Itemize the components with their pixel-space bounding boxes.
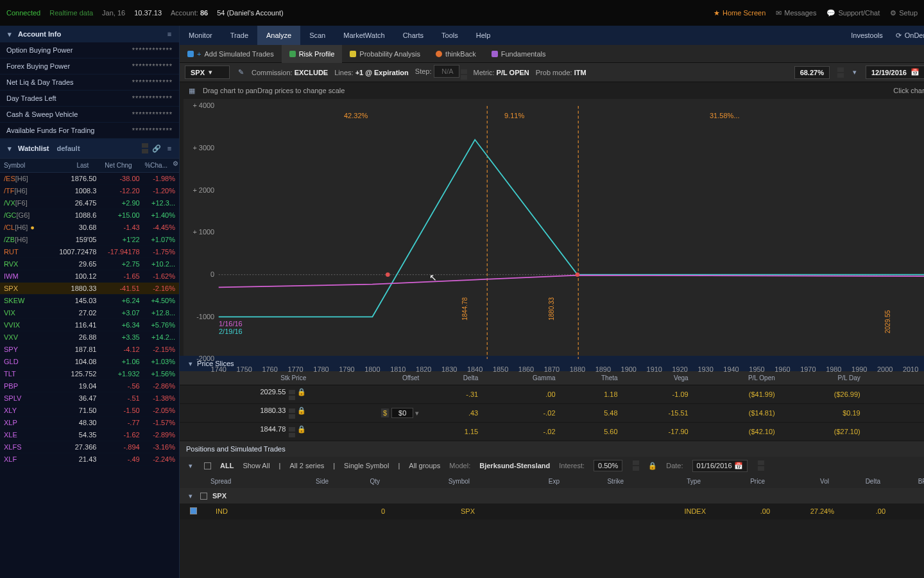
tab-scan[interactable]: Scan	[300, 26, 334, 45]
svg-text:1970: 1970	[800, 365, 816, 373]
position-checkbox[interactable]	[190, 507, 197, 514]
account-row[interactable]: Option Buying Power************	[0, 42, 179, 58]
watchlist-row[interactable]: TLT 125.752 +1.932 +1.56%	[0, 368, 179, 380]
svg-text:0: 0	[210, 270, 214, 278]
lock-icon[interactable]: 🔒	[648, 461, 657, 470]
svg-text:1820: 1820	[416, 365, 431, 373]
mouse-cursor-icon: ↖	[429, 272, 437, 283]
watchlist-row[interactable]: /ZB[H6] 159'05 +1'22 +1.07%	[0, 234, 179, 246]
home-screen-link[interactable]: ★ Home Screen	[714, 9, 766, 17]
risk-profile-tab[interactable]: Risk Profile	[282, 45, 343, 63]
watchlist-row[interactable]: RUT 1007.72478 -17.94178 -1.75%	[0, 246, 179, 258]
setup-link[interactable]: ⚙ Setup	[890, 9, 918, 17]
svg-text:-1000: -1000	[196, 313, 214, 320]
watchlist-header[interactable]: ▾ Watchlist default 🔗 ≡	[0, 139, 179, 158]
symbol-select[interactable]: SPX ▾	[185, 66, 230, 79]
chevron-down-icon[interactable]: ▾	[186, 461, 195, 470]
thinkback-tab[interactable]: thinkBack	[428, 45, 484, 63]
control-bar: SPX ▾ ✎ Commission: EXCLUDE Lines: +1 @ …	[180, 63, 924, 82]
tab-tools[interactable]: Tools	[432, 26, 467, 45]
svg-text:1990: 1990	[851, 365, 867, 373]
step-input[interactable]: N/A	[434, 65, 459, 78]
menu-icon[interactable]: ≡	[165, 144, 174, 153]
link-icon[interactable]: 🔗	[152, 144, 161, 153]
svg-text:1960: 1960	[774, 365, 790, 373]
price-slice-row[interactable]: 1880.33 🔒 $$0 ▾.43-.025.48-15.51 ($14.81…	[180, 404, 924, 423]
symbol-checkbox[interactable]	[200, 493, 207, 500]
account-info-header[interactable]: ▾ Account Info ≡	[0, 26, 179, 42]
watchlist-row[interactable]: VXV 26.88 +3.35 +14.2...	[0, 331, 179, 344]
all-checkbox[interactable]	[204, 462, 211, 469]
position-group[interactable]: ▾ SPX ⚙	[180, 488, 924, 504]
chart-legend: 1/16/16 2/19/16	[219, 320, 243, 335]
watchlist-row[interactable]: IWM 100.12 -1.65 -1.62%	[0, 270, 179, 283]
gear-icon[interactable]: ⚙	[171, 159, 179, 168]
tab-charts[interactable]: Charts	[394, 26, 432, 45]
watchlist-row[interactable]: /ES[H6] 1876.50 -38.00 -1.98%	[0, 173, 179, 185]
positions-header[interactable]: Positions and Simulated Trades ▿ ≡	[180, 441, 924, 457]
watchlist-row[interactable]: XLE 54.35 -1.62 -2.89%	[0, 429, 179, 441]
refresh-icon: ⟳	[896, 31, 902, 40]
positions-date[interactable]: 01/16/2016 📅	[692, 460, 748, 472]
watchlist-row[interactable]: GLD 104.08 +1.06 +1.03%	[0, 356, 179, 368]
watchlist-row[interactable]: /CL[H6]● 30.68 -1.43 -4.45%	[0, 222, 179, 234]
svg-text:2010: 2010	[903, 365, 918, 373]
price-slice-row[interactable]: 1844.78 🔒 1.15-.025.60-17.90 ($42.10)($2…	[180, 423, 924, 441]
watchlist-row[interactable]: XLF 21.43 -.49 -2.24%	[0, 453, 179, 466]
svg-text:+ 2000: + 2000	[193, 186, 214, 194]
menu-icon[interactable]: ≡	[165, 30, 174, 39]
watchlist-row[interactable]: /VX[F6] 26.475 +2.90 +12.3...	[0, 197, 179, 209]
svg-text:1900: 1900	[621, 365, 637, 373]
svg-text:1840: 1840	[467, 365, 483, 373]
watchlist-row[interactable]: SPX 1880.33 -41.51 -2.16%	[0, 283, 179, 295]
interest-input[interactable]: 0.50%	[594, 460, 622, 471]
svg-text:1860: 1860	[518, 365, 534, 373]
watchlist-row[interactable]: /GC[G6] 1088.6 +15.00 +1.40%	[0, 209, 179, 222]
svg-text:1750: 1750	[236, 365, 252, 373]
svg-text:1850: 1850	[493, 365, 508, 373]
expiry-date[interactable]: 12/19/2016 📅	[866, 66, 924, 79]
watchlist-row[interactable]: XLY 71.50 -1.50 -2.05%	[0, 405, 179, 417]
edit-icon[interactable]: ✎	[236, 68, 245, 77]
probability-analysis-tab[interactable]: Probability Analysis	[342, 45, 428, 63]
account-row[interactable]: Forex Buying Power************	[0, 58, 179, 74]
svg-text:1740: 1740	[211, 365, 227, 373]
chart-icon: ▦	[187, 86, 196, 95]
watchlist-row[interactable]: SKEW 145.03 +6.24 +4.50%	[0, 295, 179, 307]
account-row[interactable]: Net Liq & Day Trades************	[0, 74, 179, 91]
support-link[interactable]: 💬 Support/Chat	[826, 9, 880, 17]
watchlist-row[interactable]: /TF[H6] 1008.3 -12.20 -1.20%	[0, 185, 179, 197]
fundamentals-tab[interactable]: Fundamentals	[484, 45, 554, 63]
account-row[interactable]: Day Trades Left************	[0, 91, 179, 107]
messages-link[interactable]: ✉ Messages	[776, 9, 816, 17]
investools-link[interactable]: Investools	[844, 31, 889, 39]
watchlist-row[interactable]: RVX 29.65 +2.75 +10.2...	[0, 258, 179, 270]
tab-trade[interactable]: Trade	[221, 26, 257, 45]
risk-profile-chart[interactable]: -2000-10000+ 1000+ 2000+ 3000+ 400017401…	[184, 99, 924, 356]
tab-analyze[interactable]: Analyze	[257, 26, 300, 45]
watchlist-row[interactable]: XLFS 27.366 -.894 -3.16%	[0, 441, 179, 453]
probability-pct[interactable]: 68.27%	[794, 66, 830, 79]
svg-text:2000: 2000	[877, 365, 893, 373]
tab-marketwatch[interactable]: MarketWatch	[334, 26, 393, 45]
left-sidebar: ▾ Account Info ≡ Option Buying Power****…	[0, 26, 180, 578]
tab-help[interactable]: Help	[467, 26, 500, 45]
svg-text:1830: 1830	[441, 365, 457, 373]
watchlist-row[interactable]: VIX 27.02 +3.07 +12.8...	[0, 307, 179, 319]
account-row[interactable]: Cash & Sweep Vehicle************	[0, 107, 179, 123]
stepper-icon[interactable]	[142, 143, 148, 154]
watchlist-row[interactable]: SPY 187.81 -4.12 -2.15%	[0, 344, 179, 356]
add-simulated-trades-tab[interactable]: +Add Simulated Trades	[180, 45, 282, 63]
svg-text:1870: 1870	[544, 365, 560, 373]
watchlist-row[interactable]: SPLV 36.47 -.51 -1.38%	[0, 392, 179, 405]
watchlist-row[interactable]: VVIX 116.41 +6.34 +5.76%	[0, 319, 179, 331]
chart-hint-bar: ▦ Drag chart to panDrag prices to change…	[180, 82, 924, 99]
price-slice-row[interactable]: 2029.55 🔒 -.31.001.18-1.09 ($41.99)($26.…	[180, 385, 924, 404]
ondemand-button[interactable]: ⟳OnDemand	[889, 31, 924, 40]
tab-monitor[interactable]: Monitor	[180, 26, 221, 45]
watchlist-row[interactable]: XLP 48.30 -.77 -1.57%	[0, 417, 179, 429]
account-row[interactable]: Available Funds For Trading************	[0, 123, 179, 139]
chevron-down-icon: ▾	[5, 30, 14, 39]
watchlist-row[interactable]: PBP 19.04 -.56 -2.86%	[0, 380, 179, 392]
svg-text:1770: 1770	[287, 365, 303, 373]
